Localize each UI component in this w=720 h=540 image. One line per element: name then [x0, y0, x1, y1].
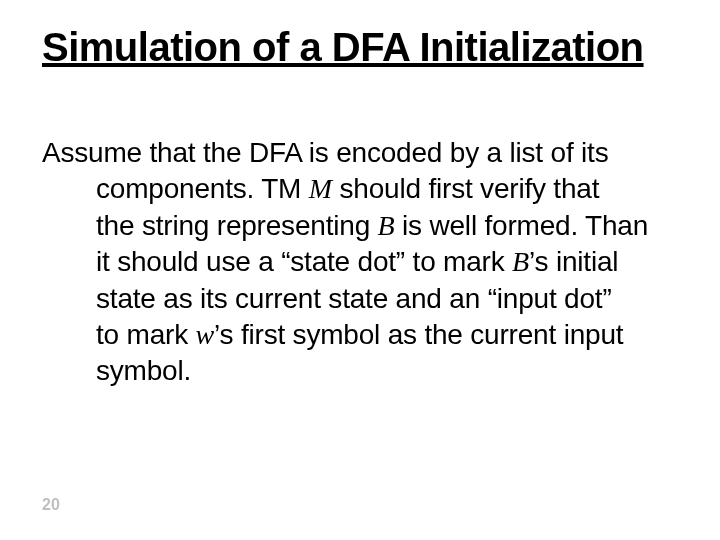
- text: components. TM: [96, 173, 309, 204]
- text: is well formed. Than: [395, 210, 649, 241]
- body-line-4: it should use a “state dot” to mark B’s …: [42, 244, 652, 280]
- slide: Simulation of a DFA Initialization Assum…: [0, 0, 720, 540]
- body-line-7: symbol.: [42, 353, 652, 389]
- math-var-m: M: [309, 173, 332, 204]
- text: should first verify that: [332, 173, 599, 204]
- body-line-1: Assume that the DFA is encoded by a list…: [42, 137, 608, 168]
- math-var-w: w: [196, 319, 214, 350]
- body-line-2: components. TM M should first verify tha…: [42, 171, 652, 207]
- text: ’s first symbol as the current input: [214, 319, 623, 350]
- body-line-6: to mark w’s first symbol as the current …: [42, 317, 652, 353]
- math-var-b: B: [378, 210, 395, 241]
- body-line-5: state as its current state and an “input…: [42, 281, 652, 317]
- body-line-3: the string representing B is well formed…: [42, 208, 652, 244]
- text: ’s initial: [529, 246, 618, 277]
- text: to mark: [96, 319, 196, 350]
- text: it should use a “state dot” to mark: [96, 246, 512, 277]
- math-var-b-2: B: [512, 246, 529, 277]
- text: the string representing: [96, 210, 378, 241]
- slide-title: Simulation of a DFA Initialization: [42, 26, 678, 68]
- page-number: 20: [42, 496, 60, 514]
- slide-body: Assume that the DFA is encoded by a list…: [42, 135, 652, 390]
